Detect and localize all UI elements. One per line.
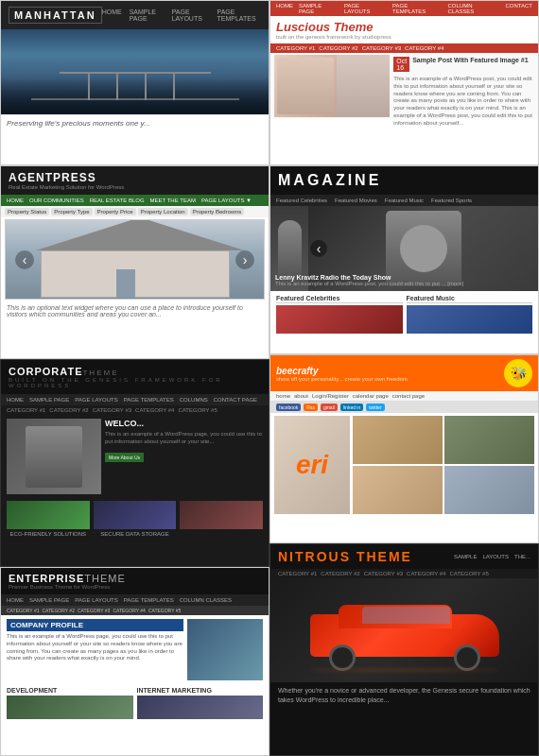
agentpress-nav-team[interactable]: MEET THE TEAM (150, 198, 196, 203)
enterprise-nav-home[interactable]: HOME (7, 597, 24, 603)
beecrafty-brand: beecrafty (276, 366, 408, 376)
beecrafty-gmail-button[interactable]: gmail (321, 404, 338, 411)
magazine-music-image (407, 305, 533, 334)
corporate-welcome-text: WELCO... This is an example of a WordPre… (105, 419, 263, 494)
enterprise-cat-5[interactable]: CATEGORY #5 (148, 608, 181, 613)
beecrafty-rss-button[interactable]: Rss (304, 404, 318, 411)
luscious-topbar-columns[interactable]: COLUMN CLASSES (448, 3, 500, 14)
enterprise-cat-1[interactable]: CATEGORY #1 (7, 608, 39, 613)
nitrous-nav-themes[interactable]: THE... (514, 554, 530, 559)
corporate-feature-eco: ECO-FRIENDLY SOLUTIONS (7, 501, 90, 537)
agentpress-col-price[interactable]: Property Price (95, 208, 136, 215)
magazine-prev-arrow-icon[interactable]: ‹ (310, 240, 327, 257)
nitrous-cat-2[interactable]: CATEGORY #2 (321, 571, 359, 576)
beecrafty-header: beecrafty show off your personality... c… (270, 355, 538, 391)
magazine-nav-celebrities[interactable]: Featured Celebrities (276, 198, 327, 203)
corporate-security-image (94, 501, 177, 529)
corporate-cat-3[interactable]: CATEGORY #3 (93, 407, 131, 413)
manhattan-nav-home[interactable]: HOME (102, 9, 122, 22)
beecrafty-nav-contact[interactable]: contact page (392, 393, 425, 399)
corporate-cat-2[interactable]: CATEGORY #2 (49, 407, 88, 413)
manhattan-nav-templates[interactable]: PAGE TEMPLATES (217, 9, 261, 22)
corporate-nav-templates[interactable]: PAGE TEMPLATES (124, 397, 174, 403)
enterprise-dev-title: DEVELOPMENT (7, 687, 133, 694)
beecrafty-linkedin-button[interactable]: linked in (340, 404, 363, 411)
manhattan-nav-sample[interactable]: SAMPLE PAGE (130, 9, 165, 22)
enterprise-nav-templates[interactable]: PAGE TEMPLATES (124, 597, 174, 603)
corporate-cat-4[interactable]: CATEGORY #4 (135, 407, 174, 413)
beecrafty-nav-home[interactable]: home (276, 393, 290, 399)
enterprise-marketing-title: INTERNET MARKETING (137, 687, 264, 694)
enterprise-company-heading: COMPANY PROFILE (7, 619, 183, 631)
enterprise-nav-columns[interactable]: COLUMN CLASSES (180, 597, 232, 603)
nitrous-theme-card: NITROUS THEME SAMPLE LAYOUTS THE... CATE… (270, 543, 539, 756)
luscious-post-area: Oct16 Sample Post With Featured Image #1… (270, 53, 538, 119)
agentpress-col-location[interactable]: Property Location (138, 208, 188, 215)
nitrous-cat-4[interactable]: CATEGORY #4 (407, 571, 445, 576)
corporate-cat-1[interactable]: CATEGORY #1 (7, 407, 45, 413)
luscious-topbar-templates[interactable]: PAGE TEMPLATES (392, 3, 443, 14)
magazine-nav-movies[interactable]: Featured Movies (335, 198, 377, 203)
enterprise-cat-2[interactable]: CATEGORY #2 (42, 608, 74, 613)
corporate-feature-extra (180, 501, 263, 537)
agentpress-nav: HOME OUR COMMUNITIES REAL ESTATE BLOG ME… (1, 195, 269, 206)
corporate-eco-label: ECO-FRIENDLY SOLUTIONS (7, 531, 90, 537)
corporate-nav-contact[interactable]: CONTACT PAGE (214, 397, 257, 403)
beecrafty-gallery-item-1[interactable] (353, 416, 443, 464)
enterprise-marketing-image (137, 696, 264, 719)
beecrafty-logo-image: eri (274, 416, 350, 514)
beecrafty-nav-calendar[interactable]: calendar page (353, 393, 389, 399)
beecrafty-gallery-item-2[interactable] (444, 416, 534, 464)
corporate-nav-layouts[interactable]: PAGE LAYOUTS (75, 397, 117, 403)
corporate-nav-columns[interactable]: COLUMNS (180, 397, 208, 403)
agentpress-nav-home[interactable]: HOME (7, 198, 24, 203)
luscious-topbar-sample[interactable]: SAMPLE PAGE (299, 3, 339, 14)
agentpress-nav-layouts[interactable]: PAGE LAYOUTS ▼ (201, 198, 252, 203)
corporate-cat-5[interactable]: CATEGORY #5 (178, 407, 217, 413)
agentpress-col-type[interactable]: Property Type (51, 208, 92, 215)
luscious-topbar-contact[interactable]: CONTACT (505, 3, 532, 14)
agentpress-col-status[interactable]: Property Status (5, 208, 49, 215)
luscious-cat-3[interactable]: CATEGORY #3 (362, 45, 401, 51)
beecrafty-theme-card: beecrafty show off your personality... c… (270, 354, 539, 543)
beecrafty-nav-about[interactable]: about (294, 393, 308, 399)
luscious-cat-1[interactable]: CATEGORY #1 (276, 45, 315, 51)
luscious-cat-4[interactable]: CATEGORY #4 (405, 45, 443, 51)
magazine-celebrities-image (276, 305, 403, 334)
beecrafty-nav-login[interactable]: Login/Register (312, 393, 349, 399)
beecrafty-tagline: show off your personality... create your… (276, 376, 408, 382)
luscious-post-heading[interactable]: Sample Post With Featured Image #1 (412, 57, 528, 63)
nitrous-nav-layouts[interactable]: LAYOUTS (482, 554, 509, 559)
agentpress-nav-blog[interactable]: REAL ESTATE BLOG (90, 198, 145, 203)
beecrafty-gallery-item-3[interactable] (353, 466, 443, 514)
agentpress-col-beds[interactable]: Property Bedrooms (190, 208, 245, 215)
enterprise-nav-layouts[interactable]: PAGE LAYOUTS (75, 597, 117, 603)
beecrafty-gallery-item-4[interactable] (444, 466, 534, 514)
nitrous-cat-5[interactable]: CATEGORY #5 (449, 571, 488, 576)
magazine-nav-music[interactable]: Featured Music (385, 198, 424, 203)
luscious-featured-image (274, 55, 390, 117)
luscious-post-date: Oct16 (393, 57, 409, 72)
magazine-nav-sports[interactable]: Featured Sports (431, 198, 472, 203)
luscious-topbar-home[interactable]: HOME (276, 3, 293, 14)
enterprise-cat-4[interactable]: CATEGORY #4 (113, 608, 145, 613)
corporate-read-more-button[interactable]: More About Us (105, 453, 144, 462)
nitrous-nav-sample[interactable]: SAMPLE (454, 554, 477, 559)
enterprise-nav-sample[interactable]: SAMPLE PAGE (29, 597, 69, 603)
corporate-nav-sample[interactable]: SAMPLE PAGE (29, 397, 69, 403)
beecrafty-twitter-button[interactable]: twitter (366, 404, 384, 411)
luscious-cat-2[interactable]: CATEGORY #2 (319, 45, 357, 51)
agentpress-nav-communities[interactable]: OUR COMMUNITIES (29, 198, 84, 203)
nitrous-brand: NITROUS THEME (278, 549, 412, 564)
manhattan-nav: HOME SAMPLE PAGE PAGE LAYOUTS PAGE TEMPL… (102, 9, 261, 22)
nitrous-cat-1[interactable]: CATEGORY #1 (278, 571, 317, 576)
luscious-subtitle: built on the genesis framework by studio… (276, 34, 532, 40)
beecrafty-facebook-button[interactable]: facebook (276, 404, 301, 411)
manhattan-nav-layouts[interactable]: PAGE LAYOUTS (172, 9, 210, 22)
enterprise-body-text: This is an example of a WordPress page, … (7, 633, 183, 662)
enterprise-marketing-section: INTERNET MARKETING (137, 687, 264, 719)
corporate-nav-home[interactable]: HOME (7, 397, 24, 403)
luscious-topbar-layouts[interactable]: PAGE LAYOUTS (344, 3, 387, 14)
nitrous-cat-3[interactable]: CATEGORY #3 (364, 571, 403, 576)
enterprise-cat-3[interactable]: CATEGORY #3 (78, 608, 110, 613)
